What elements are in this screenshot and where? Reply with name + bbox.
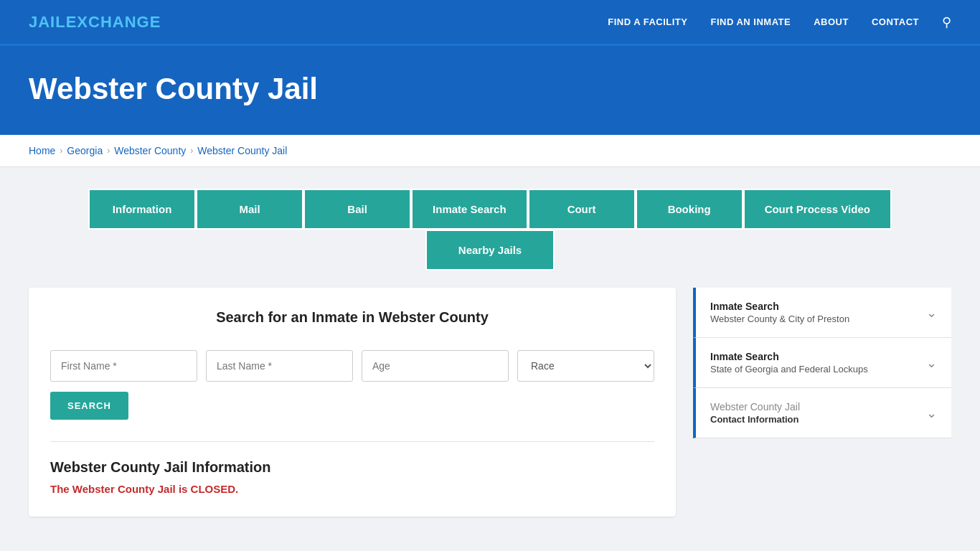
hero-banner: Webster County Jail bbox=[0, 46, 980, 135]
sidebar-card-contact-text: Webster County Jail Contact Information bbox=[710, 401, 800, 425]
sidebar-card-contact-title: Webster County Jail bbox=[710, 401, 800, 413]
tab-nearby-jails[interactable]: Nearby Jails bbox=[425, 230, 555, 270]
tabs-row-1: Information Mail Bail Inmate Search Cour… bbox=[29, 189, 951, 230]
nav-find-facility[interactable]: FIND A FACILITY bbox=[608, 17, 687, 27]
tab-information[interactable]: Information bbox=[88, 189, 196, 230]
sidebar-card-state-text: Inmate Search State of Georgia and Feder… bbox=[710, 351, 868, 375]
sidebar-card-state-subtitle: State of Georgia and Federal Lockups bbox=[710, 364, 868, 375]
breadcrumb-webster-county[interactable]: Webster County bbox=[114, 145, 186, 156]
sidebar-card-state-title: Inmate Search bbox=[710, 351, 868, 362]
nav-find-inmate[interactable]: FIND AN INMATE bbox=[710, 17, 791, 27]
logo: JAILEXCHANGE bbox=[29, 13, 608, 32]
search-button[interactable]: SEARCH bbox=[50, 392, 128, 420]
sidebar-card-county-subtitle: Webster County & City of Preston bbox=[710, 314, 849, 324]
age-input[interactable] bbox=[362, 350, 509, 382]
content-grid: Search for an Inmate in Webster County R… bbox=[29, 288, 951, 517]
info-section: Webster County Jail Information The Webs… bbox=[50, 441, 654, 495]
inmate-search-form: Search for an Inmate in Webster County R… bbox=[50, 309, 654, 420]
last-name-input[interactable] bbox=[206, 350, 353, 382]
logo-jail: JAIL bbox=[29, 13, 66, 31]
tabs-row-2: Nearby Jails bbox=[29, 230, 951, 270]
search-name-row: Race White Black Hispanic Asian Other bbox=[50, 350, 654, 382]
header: JAILEXCHANGE FIND A FACILITY FIND AN INM… bbox=[0, 0, 980, 46]
closed-status: The Webster County Jail is CLOSED. bbox=[50, 483, 654, 495]
sidebar-card-inmate-search-state[interactable]: Inmate Search State of Georgia and Feder… bbox=[693, 338, 951, 388]
main-nav: FIND A FACILITY FIND AN INMATE ABOUT CON… bbox=[608, 14, 951, 30]
main-content: Information Mail Bail Inmate Search Cour… bbox=[0, 167, 980, 538]
left-panel: Search for an Inmate in Webster County R… bbox=[29, 288, 676, 517]
page-title: Webster County Jail bbox=[29, 72, 951, 106]
sidebar-card-inmate-search-county[interactable]: Inmate Search Webster County & City of P… bbox=[693, 288, 951, 338]
tab-court-process-video[interactable]: Court Process Video bbox=[743, 189, 892, 230]
first-name-input[interactable] bbox=[50, 350, 197, 382]
breadcrumb-sep-3: › bbox=[190, 146, 193, 156]
chevron-down-icon-2: ⌄ bbox=[926, 355, 937, 371]
nav-contact[interactable]: CONTACT bbox=[872, 17, 919, 27]
sidebar-card-contact-subtitle: Contact Information bbox=[710, 414, 800, 425]
sidebar-card-county-text: Inmate Search Webster County & City of P… bbox=[710, 301, 849, 324]
logo-exchange: EXCHANGE bbox=[66, 13, 161, 31]
search-icon[interactable]: ⚲ bbox=[942, 14, 951, 30]
tab-inmate-search[interactable]: Inmate Search bbox=[411, 189, 528, 230]
chevron-down-icon-3: ⌄ bbox=[926, 405, 937, 421]
sidebar-card-contact[interactable]: Webster County Jail Contact Information … bbox=[693, 388, 951, 438]
breadcrumb-home[interactable]: Home bbox=[29, 145, 55, 156]
breadcrumb-sep-1: › bbox=[60, 146, 62, 156]
nav-about[interactable]: ABOUT bbox=[814, 17, 849, 27]
tab-booking[interactable]: Booking bbox=[636, 189, 743, 230]
search-form-title: Search for an Inmate in Webster County bbox=[50, 309, 654, 326]
breadcrumb: Home › Georgia › Webster County › Webste… bbox=[0, 135, 980, 167]
breadcrumb-webster-county-jail[interactable]: Webster County Jail bbox=[197, 145, 287, 156]
tab-mail[interactable]: Mail bbox=[196, 189, 303, 230]
tab-court[interactable]: Court bbox=[528, 189, 636, 230]
right-panel: Inmate Search Webster County & City of P… bbox=[693, 288, 951, 438]
chevron-down-icon: ⌄ bbox=[926, 305, 937, 321]
race-select[interactable]: Race White Black Hispanic Asian Other bbox=[517, 350, 654, 382]
tab-bail[interactable]: Bail bbox=[303, 189, 411, 230]
sidebar-card-county-title: Inmate Search bbox=[710, 301, 849, 312]
breadcrumb-sep-2: › bbox=[107, 146, 110, 156]
breadcrumb-georgia[interactable]: Georgia bbox=[67, 145, 103, 156]
info-section-title: Webster County Jail Information bbox=[50, 459, 654, 476]
